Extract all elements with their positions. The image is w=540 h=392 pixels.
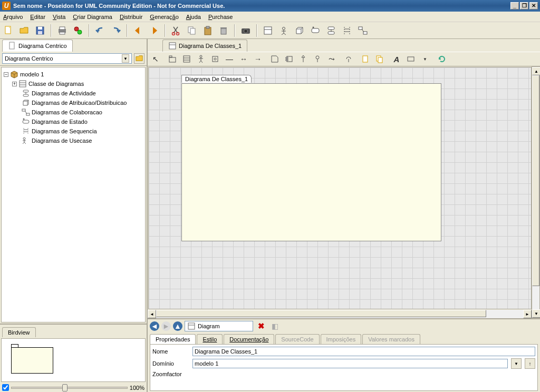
interface-tool[interactable]	[209, 53, 221, 65]
goto-button[interactable]: ↑	[525, 358, 535, 369]
maximize-button[interactable]: ❐	[520, 2, 528, 9]
minimize-button[interactable]: _	[510, 2, 519, 9]
association-tool[interactable]: —	[224, 53, 235, 65]
refresh-tool[interactable]	[436, 53, 448, 65]
open-button[interactable]	[18, 24, 31, 37]
menu-generacao[interactable]: Generação	[150, 14, 178, 20]
nav-back-button[interactable]	[132, 24, 144, 37]
svg-rect-25	[328, 32, 334, 34]
diagram-canvas[interactable]: Diagrama De Classes_1	[148, 67, 532, 309]
horizontal-scrollbar[interactable]: ◄►	[148, 310, 532, 318]
folder-button[interactable]	[134, 53, 144, 64]
camera-button[interactable]	[239, 24, 252, 37]
biassoc-tool[interactable]: ↔	[238, 53, 249, 65]
tree-item[interactable]: Diagramas de Colaboracao	[3, 107, 144, 117]
new-button[interactable]	[2, 24, 15, 37]
view-selector-combo[interactable]: Diagrama Centrico ▼	[2, 53, 132, 64]
menu-purchase[interactable]: Purchase	[208, 14, 233, 20]
svg-point-45	[23, 119, 25, 120]
tab-diagram-classes[interactable]: Diagrama De Classes_1	[162, 40, 247, 52]
nav-forward-button[interactable]	[148, 24, 160, 37]
tab-diagrama-centrico[interactable]: Diagrama Centrico	[2, 40, 73, 52]
generalization-tool[interactable]	[297, 53, 309, 65]
realization-tool[interactable]	[312, 53, 323, 65]
paste-button[interactable]	[201, 24, 214, 37]
delete-red-button[interactable]: ✖	[255, 320, 267, 332]
diagram-class-button[interactable]	[262, 24, 274, 37]
diagram-usecase-button[interactable]	[277, 24, 290, 37]
diagram-surface[interactable]	[181, 83, 441, 241]
menu-ajuda[interactable]: Ajuda	[186, 14, 201, 20]
dependency-tool[interactable]: ⤳	[326, 53, 338, 65]
tree-item[interactable]: Diagramas de Sequencia	[3, 126, 144, 136]
tree-item[interactable]: Diagramas de Atribuicao/Distribuicao	[3, 98, 144, 107]
tree-root-modelo[interactable]: − modelo 1	[3, 70, 144, 79]
tab-estilo[interactable]: Estilo	[197, 334, 223, 344]
prop-input-dominio[interactable]: modelo 1	[192, 359, 508, 368]
nav-up-button[interactable]: ▲	[173, 321, 182, 331]
tree-label: Diagramas de Sequencia	[32, 128, 97, 134]
undo-button[interactable]	[94, 24, 107, 37]
birdview-canvas[interactable]	[1, 338, 146, 382]
print-button[interactable]	[56, 24, 69, 37]
close-button[interactable]: ✕	[529, 2, 538, 9]
nav-back-button[interactable]: ◄	[150, 321, 159, 331]
tree-label: Diagramas de Atribuicao/Distribuicao	[32, 100, 127, 106]
prop-input-nome[interactable]: Diagrama De Classes_1	[192, 347, 535, 356]
tab-birdview[interactable]: Birdview	[2, 327, 36, 337]
package-tool[interactable]	[167, 53, 178, 65]
dropdown-button[interactable]: ▼	[511, 358, 522, 369]
diagram-sequence-button[interactable]	[341, 24, 353, 37]
tree-item[interactable]: Diagramas de Usecase	[3, 136, 144, 145]
new-doc-tool[interactable]	[360, 53, 371, 65]
copy-button[interactable]	[186, 24, 198, 37]
svg-rect-68	[363, 56, 368, 62]
directed-tool[interactable]: →	[252, 53, 264, 65]
collapse-icon[interactable]: −	[4, 72, 8, 77]
save-button[interactable]	[34, 24, 46, 37]
cut-button[interactable]	[170, 24, 182, 37]
svg-rect-12	[190, 28, 195, 34]
diagram-state-button[interactable]	[309, 24, 322, 37]
note-tool[interactable]	[269, 53, 281, 65]
rect-tool[interactable]	[405, 53, 417, 65]
settings-button[interactable]	[72, 24, 84, 37]
svg-rect-62	[286, 57, 288, 58]
tab-documentacao[interactable]: Documentação	[224, 334, 274, 344]
nav-combo[interactable]: Diagram	[185, 321, 253, 331]
pointer-tool[interactable]: ↖	[150, 53, 161, 65]
slider-thumb[interactable]	[62, 384, 68, 391]
tree-class-group[interactable]: + Classe de Diagramas	[3, 79, 144, 89]
component-tool[interactable]	[283, 53, 295, 65]
svg-rect-16	[220, 27, 227, 28]
zoom-slider[interactable]	[11, 387, 128, 389]
eraser-button[interactable]: ◧	[269, 320, 281, 332]
diagram-activity-button[interactable]	[325, 24, 338, 37]
expand-icon[interactable]: +	[12, 82, 17, 86]
menu-vista[interactable]: Vista	[53, 14, 65, 20]
font-tool[interactable]: A	[391, 53, 402, 65]
actor-tool[interactable]	[195, 53, 207, 65]
menu-criar-diagrama[interactable]: Criar Diagrama	[73, 14, 112, 20]
state-icon	[22, 117, 30, 126]
menu-arquivo[interactable]: Arquivo	[3, 14, 23, 20]
tree-item[interactable]: Diagramas de Actividade	[3, 89, 144, 98]
svg-point-50	[23, 138, 25, 140]
delete-button[interactable]	[217, 24, 230, 37]
class-tool[interactable]	[181, 53, 192, 65]
dropdown-tool[interactable]: ▼	[419, 53, 431, 65]
copy-doc-tool[interactable]	[374, 53, 385, 65]
redo-button[interactable]	[110, 24, 122, 37]
usage-tool[interactable]	[343, 53, 354, 65]
diagram-collab-button[interactable]	[356, 24, 369, 37]
deployment-icon	[22, 99, 30, 107]
svg-rect-53	[169, 57, 176, 62]
menu-distribuir[interactable]: Distribuir	[120, 14, 142, 20]
menu-editar[interactable]: Editar	[30, 14, 45, 20]
diagram-deployment-button[interactable]	[293, 24, 306, 37]
tab-propriedades[interactable]: Propriedades	[150, 334, 196, 344]
zoom-checkbox[interactable]	[2, 384, 9, 391]
vertical-scrollbar[interactable]: ▲▼	[532, 66, 540, 318]
tree-item[interactable]: Diagramas de Estado	[3, 117, 144, 126]
diagram-title-tab[interactable]: Diagrama De Classes_1	[181, 75, 252, 83]
